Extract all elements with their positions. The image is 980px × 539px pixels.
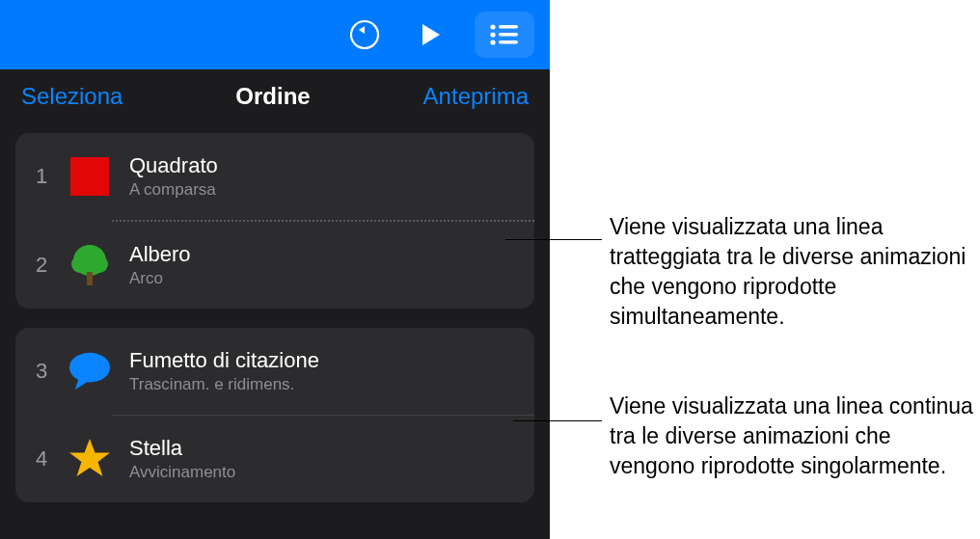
list-item[interactable]: 1 Quadrato A comparsa — [15, 133, 534, 220]
svg-point-8 — [71, 256, 89, 273]
svg-point-5 — [490, 40, 495, 44]
animation-group: 1 Quadrato A comparsa 2 — [15, 133, 534, 309]
svg-rect-6 — [499, 40, 518, 44]
svg-point-9 — [91, 256, 108, 273]
row-text: Stella Avvicinamento — [129, 436, 235, 482]
segment-bar: Seleziona Ordine Anteprima — [0, 69, 550, 118]
row-number: 4 — [33, 446, 50, 472]
callout-dotted: Viene visualizzata una linea tratteggiat… — [610, 212, 976, 332]
row-text: Albero Arco — [129, 242, 191, 288]
build-order-icon[interactable] — [475, 12, 534, 58]
callout-line — [513, 420, 602, 421]
tab-order[interactable]: Ordine — [235, 83, 310, 110]
row-title: Fumetto di citazione — [129, 348, 319, 373]
list-item[interactable]: 3 Fumetto di citazione Trascinam. e ridi… — [15, 328, 534, 415]
row-subtitle: A comparsa — [129, 180, 218, 200]
row-subtitle: Trascinam. e ridimens. — [129, 375, 319, 394]
tab-select[interactable]: Seleziona — [21, 83, 122, 110]
svg-rect-4 — [499, 33, 518, 37]
animation-group: 3 Fumetto di citazione Trascinam. e ridi… — [15, 328, 534, 502]
row-number: 1 — [33, 164, 50, 189]
row-title: Albero — [129, 242, 191, 267]
svg-rect-10 — [87, 272, 93, 285]
svg-point-11 — [69, 353, 110, 383]
svg-point-1 — [490, 24, 495, 29]
undo-icon[interactable] — [343, 13, 386, 56]
row-text: Quadrato A comparsa — [129, 153, 218, 200]
row-title: Quadrato — [129, 153, 218, 178]
square-icon — [68, 154, 112, 199]
row-number: 3 — [33, 359, 50, 384]
callout-line — [505, 239, 602, 240]
animation-list: 1 Quadrato A comparsa 2 — [0, 118, 550, 502]
row-title: Stella — [129, 436, 235, 461]
callout-solid: Viene visualizzata una linea continua tr… — [610, 391, 976, 481]
top-toolbar — [0, 0, 550, 69]
tab-preview[interactable]: Anteprima — [423, 83, 529, 110]
tree-icon — [68, 243, 112, 287]
row-subtitle: Arco — [129, 269, 191, 288]
list-item[interactable]: 4 Stella Avvicinamento — [15, 416, 534, 502]
svg-point-0 — [351, 21, 378, 48]
row-number: 2 — [33, 253, 50, 278]
star-icon — [68, 437, 112, 481]
row-text: Fumetto di citazione Trascinam. e ridime… — [129, 348, 319, 394]
annotation-layer: Viene visualizzata una linea tratteggiat… — [550, 0, 980, 539]
svg-rect-2 — [499, 25, 518, 29]
bubble-icon — [68, 349, 112, 393]
animation-order-panel: Seleziona Ordine Anteprima 1 Quadrato A … — [0, 0, 550, 539]
row-subtitle: Avvicinamento — [129, 463, 235, 482]
play-icon[interactable] — [409, 13, 451, 56]
list-item[interactable]: 2 Albero Arco — [15, 222, 534, 309]
svg-point-3 — [490, 32, 495, 37]
